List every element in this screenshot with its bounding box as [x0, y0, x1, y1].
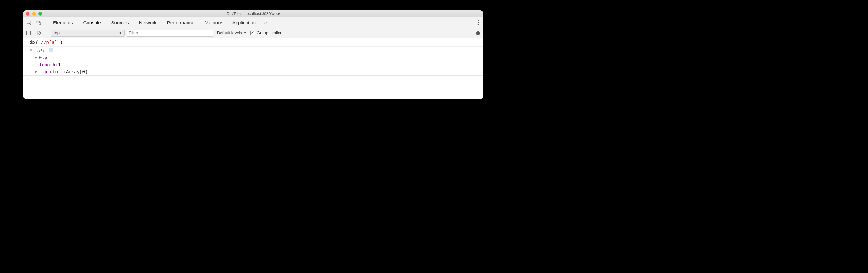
divider [472, 20, 472, 26]
entry-key: __proto__ [39, 69, 63, 75]
filter-input[interactable] [127, 30, 213, 37]
console-result-row[interactable]: ‹ ▼ [p] i [23, 47, 483, 54]
devtools-window: DevTools - localhost:8080/web/ Elements … [23, 10, 483, 99]
inspect-element-icon[interactable] [24, 18, 34, 28]
object-toggle[interactable]: ▼ [p] i [30, 47, 53, 54]
close-window-button[interactable] [26, 12, 30, 16]
svg-rect-0 [27, 21, 30, 24]
entry-value: 1 [58, 62, 61, 68]
tab-performance[interactable]: Performance [162, 17, 200, 28]
console-settings-icon[interactable] [474, 29, 482, 37]
traffic-lights [26, 10, 42, 17]
object-entry: length: 1 [23, 61, 483, 69]
tab-bar: Elements Console Sources Network Perform… [23, 17, 483, 28]
object-entry[interactable]: ▶ __proto__: Array(0) [23, 69, 483, 76]
entry-index: 0 [39, 55, 42, 61]
console-output: › $x("//p[a]") ‹ ▼ [p] i ▶ 0: p length: … [23, 38, 483, 99]
settings-menu-icon[interactable] [474, 20, 482, 25]
return-arrow-icon: ‹ [26, 47, 30, 53]
prompt-caret-icon: › [26, 76, 30, 83]
entry-key: length [39, 62, 55, 68]
console-prompt[interactable]: › [23, 76, 483, 83]
execution-context-value: top [54, 30, 60, 35]
execution-context-select[interactable]: top ▼ [51, 30, 125, 37]
svg-line-6 [37, 32, 40, 34]
tab-memory[interactable]: Memory [200, 17, 227, 28]
device-toolbar-icon[interactable] [34, 18, 43, 28]
entry-value: p [44, 55, 47, 61]
group-similar-label: Group similar [257, 30, 281, 35]
console-input-echo: › $x("//p[a]") [23, 39, 483, 47]
object-entry[interactable]: ▶ 0: p [23, 54, 483, 61]
divider [47, 30, 47, 36]
zoom-window-button[interactable] [38, 12, 42, 16]
tab-sources[interactable]: Sources [106, 17, 134, 28]
chevron-down-icon: ▼ [118, 30, 122, 35]
more-tabs-icon[interactable]: » [261, 20, 270, 26]
window-title: DevTools - localhost:8080/web/ [227, 10, 280, 17]
prompt-input[interactable] [30, 76, 31, 83]
result-summary: [p] [36, 48, 48, 53]
toggle-sidebar-icon[interactable] [24, 29, 33, 37]
tab-network[interactable]: Network [134, 17, 162, 28]
titlebar: DevTools - localhost:8080/web/ [23, 10, 483, 17]
clear-console-icon[interactable] [35, 29, 43, 37]
minimize-window-button[interactable] [32, 12, 36, 16]
input-caret-icon: › [26, 39, 30, 46]
chevron-down-icon: ▼ [30, 48, 34, 54]
input-expression: $x("//p[a]") [30, 39, 62, 46]
tab-console[interactable]: Console [78, 17, 106, 28]
entry-value: Array(0) [66, 69, 88, 75]
info-icon[interactable]: i [49, 48, 53, 52]
divider [45, 20, 46, 26]
console-toolbar: top ▼ Default levels ▼ Group similar [23, 28, 483, 38]
chevron-down-icon: ▼ [243, 31, 247, 35]
log-levels-label: Default levels [217, 30, 242, 35]
chevron-right-icon: ▶ [35, 55, 39, 61]
group-similar-checkbox[interactable] [250, 31, 255, 35]
tab-application[interactable]: Application [227, 17, 261, 28]
tab-elements[interactable]: Elements [48, 17, 78, 28]
log-levels-select[interactable]: Default levels ▼ [215, 30, 248, 35]
chevron-right-icon: ▶ [35, 69, 39, 75]
